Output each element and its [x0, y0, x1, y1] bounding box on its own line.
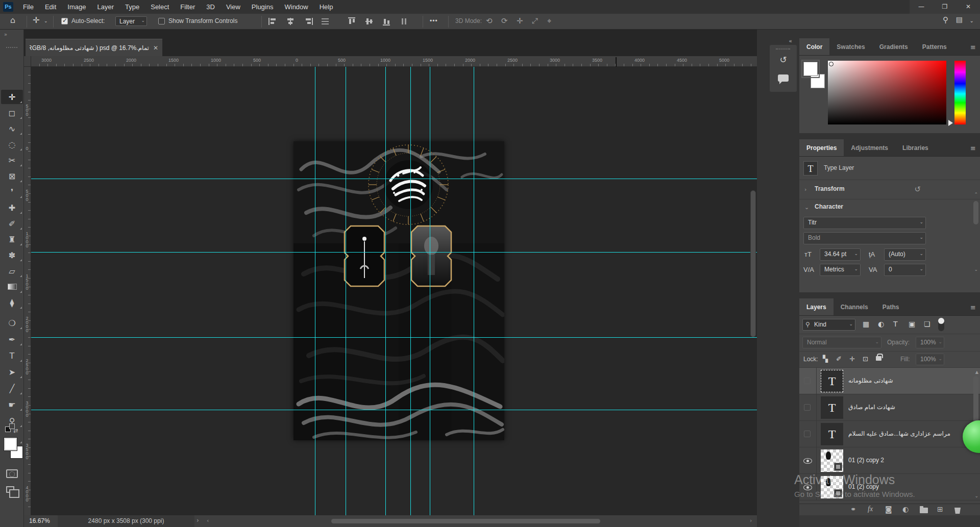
- guide-horizontal[interactable]: [31, 410, 757, 410]
- auto-select-target-dropdown[interactable]: Layer⌄: [115, 16, 147, 26]
- canvas-vertical-scrollbar[interactable]: [750, 190, 756, 337]
- align-horizontal-centers-icon[interactable]: [286, 17, 296, 26]
- layers-scroll-up-icon[interactable]: ▲: [975, 370, 978, 374]
- more-align-options-icon[interactable]: •••: [430, 17, 438, 24]
- eye-hidden-well[interactable]: [804, 378, 811, 384]
- distribute-horizontal-centers-icon[interactable]: [399, 17, 409, 26]
- guide-horizontal[interactable]: [31, 252, 757, 253]
- lock-position-icon[interactable]: ✛: [849, 355, 855, 363]
- color-tab-patterns[interactable]: Patterns: [915, 38, 954, 55]
- type-layer-thumbnail[interactable]: T: [821, 370, 843, 392]
- move-tool-icon[interactable]: ✛: [33, 15, 39, 25]
- lock-artboard-icon[interactable]: ⊡: [863, 355, 868, 363]
- gradient-tool[interactable]: [1, 280, 23, 294]
- layers-tab-layers[interactable]: Layers: [799, 298, 834, 315]
- background-color-swatch[interactable]: [811, 74, 825, 88]
- menu-window[interactable]: Window: [279, 0, 313, 14]
- lasso-tool[interactable]: ∿: [1, 121, 23, 136]
- filter-adjustment-layers-icon[interactable]: ◐: [878, 320, 884, 328]
- color-panel-menu-icon[interactable]: ≡: [970, 43, 976, 51]
- layers-tab-paths[interactable]: Paths: [875, 298, 906, 315]
- layers-tab-channels[interactable]: Channels: [834, 298, 875, 315]
- search-icon[interactable]: ⚲: [943, 15, 948, 24]
- healing-brush-tool[interactable]: ✚: [1, 200, 23, 215]
- workspace-switcher-icon[interactable]: ▤: [956, 15, 963, 23]
- quick-mask-button[interactable]: [6, 469, 18, 478]
- distribute-vertical-centers-icon[interactable]: [321, 17, 330, 26]
- layer-name[interactable]: 01 (2) copy 2: [848, 457, 884, 464]
- eraser-tool[interactable]: ▱: [1, 264, 23, 278]
- ruler-corner[interactable]: [24, 56, 31, 67]
- hand-tool[interactable]: ☛: [1, 397, 23, 412]
- filter-smart-objects-icon[interactable]: ❏: [924, 320, 930, 328]
- menu-help[interactable]: Help: [314, 0, 339, 14]
- pen-tool[interactable]: ✒: [1, 332, 23, 346]
- toolbar-collapse-icon[interactable]: »: [4, 32, 7, 37]
- layer-thumbnail[interactable]: [821, 449, 843, 472]
- properties-scrollbar[interactable]: [973, 201, 978, 224]
- menu-filter[interactable]: Filter: [175, 0, 201, 14]
- rectangular-marquee-tool[interactable]: ◻: [1, 106, 23, 120]
- new-group-icon[interactable]: [920, 508, 928, 513]
- layer-name[interactable]: مراسم عزادارى شها...صادق عليه السلام: [848, 430, 950, 437]
- saturation-brightness-field[interactable]: [828, 61, 946, 124]
- reset-transform-icon[interactable]: ↺: [914, 185, 921, 194]
- filter-type-layers-icon[interactable]: T: [893, 320, 898, 328]
- dock-grip[interactable]: [776, 48, 790, 49]
- filter-shape-layers-icon[interactable]: ▣: [909, 320, 915, 328]
- delete-layer-icon[interactable]: [954, 508, 961, 514]
- menu-layer[interactable]: Layer: [92, 0, 120, 14]
- history-panel-icon[interactable]: ↺: [770, 52, 797, 67]
- fill-field[interactable]: 100%⌄: [916, 354, 944, 365]
- scroll-left-icon[interactable]: ‹: [207, 517, 209, 524]
- layer-name[interactable]: شهادتى مظلومانه: [848, 377, 893, 384]
- layer-row[interactable]: 01 (2) copy 2: [799, 447, 980, 474]
- align-vertical-centers-icon[interactable]: [364, 17, 374, 26]
- dodge-tool[interactable]: ❍: [1, 316, 23, 330]
- filter-toggle[interactable]: [938, 319, 944, 331]
- brush-tool[interactable]: ✐: [1, 216, 23, 231]
- blend-mode-dropdown[interactable]: Normal⌄: [802, 337, 881, 348]
- guide-vertical[interactable]: [385, 67, 386, 515]
- toolbar-grip[interactable]: [6, 47, 17, 48]
- comments-panel-icon[interactable]: [770, 70, 797, 86]
- visibility-toggle[interactable]: [799, 421, 817, 447]
- layers-scrollbar[interactable]: [973, 376, 978, 423]
- clone-stamp-tool[interactable]: ♜: [1, 232, 23, 246]
- close-window-button[interactable]: ✕: [957, 0, 980, 14]
- workspace-chevron-icon[interactable]: ⌄: [970, 18, 974, 23]
- character-section[interactable]: ⌄ Character: [799, 199, 980, 216]
- status-info-chevron-icon[interactable]: ›: [197, 517, 199, 524]
- eye-icon[interactable]: [803, 458, 812, 464]
- screen-mode-button[interactable]: [6, 486, 14, 493]
- eye-hidden-well[interactable]: [804, 404, 811, 411]
- minimize-window-button[interactable]: —: [910, 0, 933, 14]
- new-adjustment-layer-icon[interactable]: ◐: [902, 505, 909, 513]
- path-selection-tool[interactable]: ➤: [1, 365, 23, 379]
- eye-hidden-well[interactable]: [804, 431, 811, 437]
- lock-all-icon[interactable]: [876, 356, 881, 361]
- properties-tab-adjustments[interactable]: Adjustments: [844, 139, 895, 156]
- auto-select-checkbox[interactable]: [61, 18, 68, 24]
- mini-color-swap[interactable]: ⇄: [5, 423, 18, 435]
- 3d-camera-icon[interactable]: ⌖: [547, 16, 551, 26]
- filter-pixel-layers-icon[interactable]: ▦: [863, 320, 869, 328]
- lock-transparent-pixels-icon[interactable]: ▚: [823, 355, 828, 363]
- visibility-toggle[interactable]: [799, 368, 817, 394]
- document-canvas[interactable]: [293, 141, 504, 440]
- layer-row[interactable]: Tمراسم عزادارى شها...صادق عليه السلام: [799, 421, 980, 447]
- move-tool[interactable]: ✛: [1, 90, 23, 104]
- 3d-roll-icon[interactable]: ⟳: [501, 16, 508, 26]
- visibility-toggle[interactable]: [799, 394, 817, 421]
- menu-image[interactable]: Image: [62, 0, 91, 14]
- guide-vertical[interactable]: [346, 67, 346, 515]
- canvas-horizontal-scrollbar[interactable]: [331, 519, 600, 523]
- align-top-edges-icon[interactable]: [347, 17, 357, 26]
- menu-3d[interactable]: 3D: [201, 0, 220, 14]
- layers-panel-menu-icon[interactable]: ≡: [970, 304, 976, 311]
- show-transform-checkbox[interactable]: [158, 18, 165, 24]
- 3d-slide-icon[interactable]: ⤢: [532, 16, 538, 26]
- expand-panels-icon[interactable]: «: [789, 38, 792, 44]
- frame-tool[interactable]: ⊠: [1, 169, 23, 183]
- menu-plugins[interactable]: Plugins: [246, 0, 279, 14]
